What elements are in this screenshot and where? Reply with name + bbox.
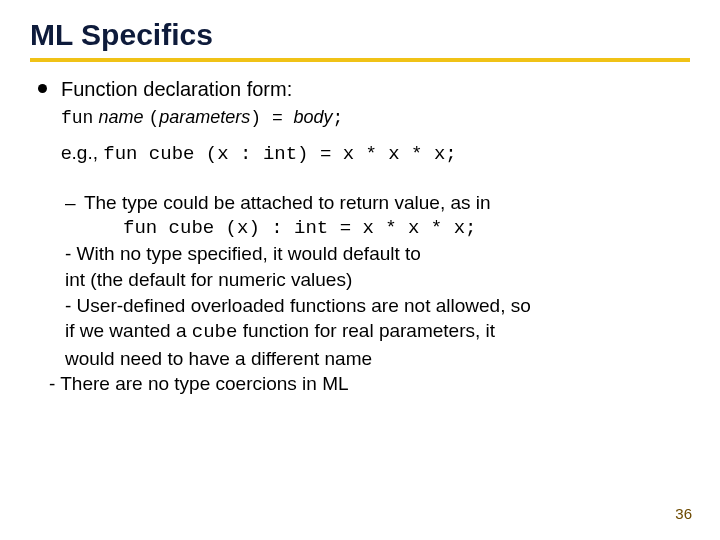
sub-line-7: would need to have a different name [65,346,690,372]
sub-line-4: int (the default for numeric values) [65,267,690,293]
sub-points: – The type could be attached to return v… [65,190,690,397]
slide: ML Specifics Function declaration form: … [0,0,720,397]
function-declaration-form: fun name (parameters) = body; [61,105,690,130]
bullet-icon [38,84,47,93]
sub-code-cube: cube [192,321,238,343]
sub-text-1: The type could be attached to return val… [84,192,491,213]
page-number: 36 [675,505,692,522]
decl-body: body [294,107,333,127]
decl-semi: ; [333,108,344,128]
sub-code-1: fun cube (x) : int = x * x * x; [65,216,690,242]
sub-line-6: if we wanted a cube function for real pa… [65,318,690,346]
kw-fun: fun [61,108,93,128]
sub-line-1: – The type could be attached to return v… [65,190,690,216]
sub-line-3: - With no type specified, it would defau… [65,241,690,267]
sub-line-8: - There are no type coercions in ML [49,371,690,397]
bullet-item: Function declaration form: fun name (par… [38,76,690,397]
slide-title: ML Specifics [30,18,690,62]
decl-close: ) = [250,108,293,128]
bullet-body: Function declaration form: fun name (par… [61,76,690,397]
bullet-heading: Function declaration form: [61,78,292,100]
decl-params: parameters [159,107,250,127]
decl-open: ( [148,108,159,128]
sub-line-5: - User-defined overloaded functions are … [65,293,690,319]
eg-prefix: e.g., [61,142,103,163]
decl-name: name [98,107,143,127]
eg-code: fun cube (x : int) = x * x * x; [103,143,456,165]
sub-text-6a: if we wanted a [65,320,192,341]
slide-content: Function declaration form: fun name (par… [30,76,690,397]
sub-text-6c: function for real parameters, it [237,320,495,341]
example-line: e.g., fun cube (x : int) = x * x * x; [61,140,690,168]
